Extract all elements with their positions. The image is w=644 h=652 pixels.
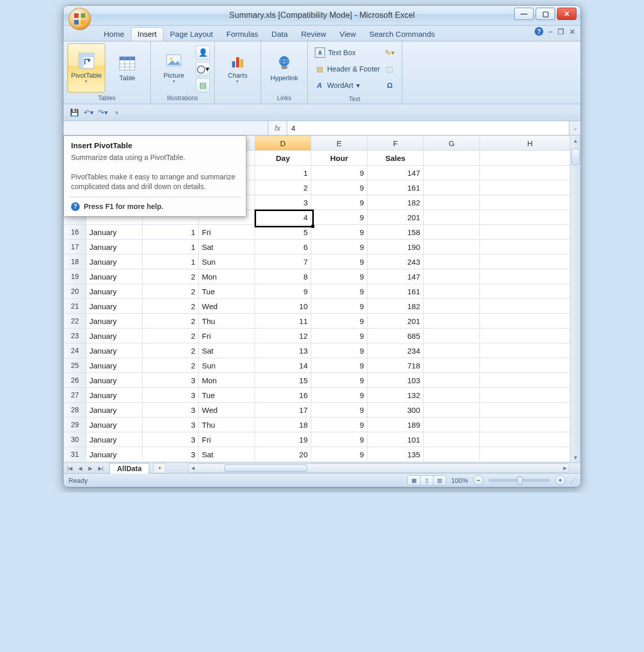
row-header[interactable]: 18 [64, 254, 86, 269]
undo-button[interactable]: ↶▾ [83, 107, 94, 118]
table-row[interactable]: 26January3Mon159103 [64, 373, 581, 388]
table-row[interactable]: 25January2Sun149718 [64, 358, 581, 373]
table-row[interactable]: 17January1Sat69190 [64, 240, 581, 254]
new-sheet-button[interactable]: ✦ [153, 463, 166, 473]
row-header[interactable]: 16 [64, 225, 86, 240]
table-row[interactable]: 23January2Fri129685 [64, 329, 581, 343]
tab-page-layout[interactable]: Page Layout [164, 27, 220, 41]
view-buttons[interactable]: ▦ ▯ ▥ [407, 475, 446, 485]
picture-button[interactable]: Picture [155, 43, 193, 92]
office-button[interactable] [68, 8, 91, 30]
vertical-scrollbar[interactable]: ▲ ▼ [570, 135, 581, 462]
scroll-right-icon[interactable]: ▶ [561, 464, 569, 472]
col-F[interactable]: F [367, 136, 424, 151]
row-header[interactable]: 22 [64, 314, 86, 329]
row-header[interactable]: 29 [64, 417, 86, 432]
table-row[interactable]: 22January2Thu119201 [64, 314, 581, 329]
tab-search-commands[interactable]: Search Commands [362, 27, 441, 41]
tab-review[interactable]: Review [294, 27, 333, 41]
row-header[interactable]: 28 [64, 403, 86, 417]
resize-grip-icon[interactable]: ⋰ [570, 477, 576, 484]
window-restore-icon[interactable]: ❐ [558, 28, 564, 36]
table-row[interactable]: 29January3Thu189189 [64, 417, 581, 432]
tab-nav-first[interactable]: |◀ [65, 464, 75, 472]
object-button[interactable]: ⬚ [385, 64, 395, 74]
tab-formulas[interactable]: Formulas [220, 27, 265, 41]
table-row[interactable]: 31January3Sat209135 [64, 447, 581, 462]
table-row[interactable]: 27January3Tue169132 [64, 388, 581, 403]
table-row[interactable]: 16January1Fri59158 [64, 225, 581, 240]
close-button[interactable]: ✕ [557, 8, 577, 20]
col-D[interactable]: D [255, 136, 311, 151]
scroll-down-icon[interactable]: ▼ [570, 452, 581, 462]
signature-button[interactable]: ✎▾ [385, 48, 395, 57]
maximize-button[interactable]: ▢ [536, 8, 555, 20]
col-G[interactable]: G [424, 136, 480, 151]
vscroll-thumb[interactable] [571, 149, 580, 165]
zoom-in-button[interactable]: + [555, 475, 565, 485]
save-button[interactable]: 💾 [68, 107, 80, 118]
tab-nav-prev[interactable]: ◀ [76, 464, 85, 472]
textbox-button[interactable]: AText Box [315, 48, 380, 58]
row-header[interactable]: 25 [64, 358, 86, 373]
clipart-button[interactable]: 👤 [196, 45, 210, 60]
window-minimize-icon[interactable]: – [548, 28, 553, 36]
symbol-button[interactable]: Ω [385, 81, 395, 90]
window-close-icon[interactable]: ✕ [569, 28, 576, 36]
minimize-button[interactable]: — [514, 8, 534, 20]
tab-data[interactable]: Data [265, 27, 294, 41]
formula-expand-button[interactable]: ⌄ [569, 121, 581, 135]
scroll-left-icon[interactable]: ◀ [189, 464, 197, 472]
table-row[interactable]: 21January2Wed109182 [64, 299, 581, 314]
pivottable-button[interactable]: PivotTable [67, 43, 105, 92]
col-H[interactable]: H [480, 136, 581, 151]
wordart-button[interactable]: AWordArt ▾ [315, 81, 380, 90]
table-row[interactable]: 19January2Mon89147 [64, 269, 581, 284]
fx-button[interactable]: fx [268, 121, 287, 135]
col-E[interactable]: E [311, 136, 367, 151]
row-header[interactable]: 19 [64, 269, 86, 284]
tab-nav-next[interactable]: ▶ [86, 464, 95, 472]
worksheet[interactable]: D E F G H Day Hour Sales 191472916139182… [63, 135, 581, 463]
redo-button[interactable]: ↷▾ [97, 107, 108, 118]
formula-input[interactable]: 4 [287, 121, 569, 135]
zoom-knob[interactable] [517, 477, 522, 485]
row-header[interactable]: 26 [64, 373, 86, 388]
tab-insert[interactable]: Insert [131, 27, 164, 41]
row-header[interactable]: 27 [64, 388, 86, 403]
row-header[interactable]: 30 [64, 432, 86, 447]
row-header[interactable]: 20 [64, 284, 86, 299]
row-header[interactable]: 21 [64, 299, 86, 314]
headerfooter-button[interactable]: ▤Header & Footer [315, 64, 380, 74]
table-row[interactable]: 24January2Sat139234 [64, 343, 581, 358]
table-row[interactable]: 28January3Wed179300 [64, 403, 581, 417]
page-break-view-icon[interactable]: ▥ [433, 476, 446, 485]
zoom-out-button[interactable]: − [473, 475, 484, 485]
shapes-button[interactable]: ◯▾ [196, 62, 210, 76]
scroll-up-icon[interactable]: ▲ [570, 135, 581, 146]
normal-view-icon[interactable]: ▦ [408, 476, 421, 485]
svg-rect-2 [79, 53, 84, 68]
row-header[interactable]: 24 [64, 343, 86, 358]
headerfooter-icon: ▤ [315, 64, 324, 74]
hyperlink-button[interactable]: Hyperlink [265, 43, 303, 92]
tab-home[interactable]: Home [97, 27, 131, 41]
row-header[interactable]: 17 [64, 240, 86, 254]
table-row[interactable]: 18January1Sun79243 [64, 254, 581, 269]
horizontal-scrollbar[interactable]: ◀ ▶ [188, 463, 569, 473]
row-header[interactable]: 23 [64, 329, 86, 343]
charts-button[interactable]: Charts [219, 43, 257, 92]
help-icon[interactable]: ? [535, 27, 543, 36]
table-row[interactable]: 30January3Fri199101 [64, 432, 581, 447]
table-button[interactable]: Table [108, 43, 146, 92]
zoom-slider[interactable] [489, 479, 550, 482]
hscroll-thumb[interactable] [224, 464, 307, 472]
table-row[interactable]: 20January2Tue99161 [64, 284, 581, 299]
sheet-tab-alldata[interactable]: AllData [109, 463, 149, 474]
page-layout-view-icon[interactable]: ▯ [421, 476, 433, 485]
tab-view[interactable]: View [333, 27, 362, 41]
tab-nav-last[interactable]: ▶| [96, 464, 105, 472]
row-header[interactable]: 31 [64, 447, 86, 462]
smartart-button[interactable]: ▤ [196, 78, 210, 92]
qat-customize-button[interactable]: ≡ [111, 107, 123, 118]
